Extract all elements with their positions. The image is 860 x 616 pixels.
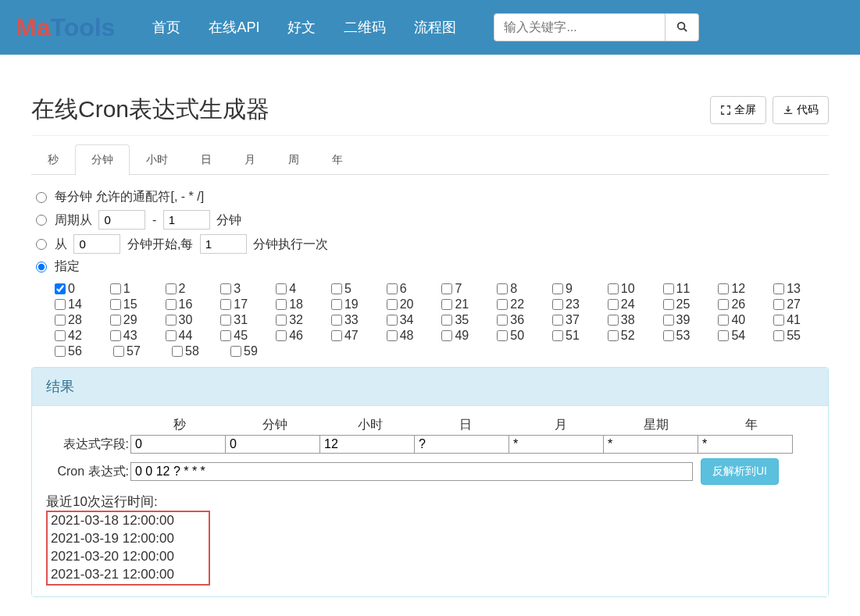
minute-checkbox-27[interactable] [773,299,784,310]
minute-checkbox-44[interactable] [166,330,177,341]
minute-checkbox-47[interactable] [331,330,342,341]
minute-3[interactable]: 3 [220,281,276,297]
minute-47[interactable]: 47 [331,328,387,344]
minute-25[interactable]: 25 [663,297,719,312]
minute-checkbox-49[interactable] [441,330,452,341]
tab-month[interactable]: 月 [228,144,272,175]
minute-35[interactable]: 35 [441,312,497,328]
minute-checkbox-58[interactable] [172,346,183,357]
minute-13[interactable]: 13 [773,281,829,297]
minute-checkbox-59[interactable] [230,346,241,357]
minute-34[interactable]: 34 [387,312,442,328]
interval-start-input[interactable] [73,234,120,254]
minute-checkbox-10[interactable] [608,283,619,294]
tab-week[interactable]: 周 [272,144,316,175]
nav-api[interactable]: 在线API [194,18,273,37]
tab-minute[interactable]: 分钟 [75,144,130,175]
minute-checkbox-4[interactable] [276,283,287,294]
radio-specify-label[interactable]: 指定 [55,258,80,275]
minute-1[interactable]: 1 [110,281,166,297]
tab-year[interactable]: 年 [316,144,359,175]
minute-7[interactable]: 7 [441,281,497,297]
nav-flowchart[interactable]: 流程图 [400,18,470,37]
field-day[interactable] [414,435,509,454]
minute-checkbox-17[interactable] [220,299,231,310]
minute-checkbox-0[interactable] [55,283,66,294]
minute-28[interactable]: 28 [55,312,110,328]
minute-checkbox-51[interactable] [552,330,563,341]
minute-checkbox-57[interactable] [113,346,124,357]
radio-wildcard-label[interactable]: 每分钟 允许的通配符[, - * /] [55,189,204,205]
tab-second[interactable]: 秒 [31,144,75,175]
minute-29[interactable]: 29 [110,312,166,328]
minute-checkbox-20[interactable] [387,299,398,310]
nav-home[interactable]: 首页 [138,18,194,37]
nav-articles[interactable]: 好文 [273,18,330,37]
minute-checkbox-13[interactable] [773,283,784,294]
field-second[interactable] [130,435,226,454]
minute-15[interactable]: 15 [110,297,166,312]
minute-41[interactable]: 41 [773,312,829,328]
minute-31[interactable]: 31 [220,312,276,328]
minute-53[interactable]: 53 [663,328,719,344]
period-to-input[interactable] [163,210,210,230]
field-hour[interactable] [319,435,415,454]
field-minute[interactable] [225,435,320,454]
minute-22[interactable]: 22 [497,297,552,312]
radio-period[interactable] [36,215,47,226]
minute-checkbox-40[interactable] [718,315,729,326]
minute-45[interactable]: 45 [220,328,276,344]
minute-checkbox-39[interactable] [663,315,674,326]
radio-wildcard[interactable] [36,192,47,203]
minute-23[interactable]: 23 [552,297,608,312]
minute-checkbox-54[interactable] [718,330,729,341]
radio-period-label[interactable]: 周期从 - 分钟 [55,210,241,230]
minute-checkbox-37[interactable] [552,315,563,326]
minute-17[interactable]: 17 [220,297,276,312]
minute-11[interactable]: 11 [663,281,719,297]
minute-checkbox-1[interactable] [110,283,121,294]
minute-checkbox-22[interactable] [497,299,508,310]
tab-day[interactable]: 日 [184,144,228,175]
minute-checkbox-28[interactable] [55,315,66,326]
minute-checkbox-32[interactable] [276,315,287,326]
minute-checkbox-18[interactable] [276,299,287,310]
minute-50[interactable]: 50 [497,328,552,344]
minute-checkbox-50[interactable] [497,330,508,341]
period-from-input[interactable] [98,210,145,230]
minute-38[interactable]: 38 [608,312,663,328]
minute-44[interactable]: 44 [166,328,221,344]
minute-checkbox-16[interactable] [166,299,177,310]
nav-qrcode[interactable]: 二维码 [330,18,400,37]
minute-4[interactable]: 4 [276,281,331,297]
interval-step-input[interactable] [200,234,247,254]
cron-expression-input[interactable] [130,462,693,481]
minute-checkbox-6[interactable] [387,283,398,294]
minute-54[interactable]: 54 [718,328,773,344]
minute-14[interactable]: 14 [55,297,110,312]
minute-checkbox-7[interactable] [441,283,452,294]
minute-checkbox-46[interactable] [276,330,287,341]
minute-checkbox-33[interactable] [331,315,342,326]
minute-16[interactable]: 16 [166,297,221,312]
minute-checkbox-53[interactable] [663,330,674,341]
minute-36[interactable]: 36 [497,312,552,328]
minute-20[interactable]: 20 [387,297,442,312]
minute-checkbox-41[interactable] [773,315,784,326]
minute-checkbox-11[interactable] [663,283,674,294]
parse-button[interactable]: 反解析到UI [701,458,779,485]
minute-33[interactable]: 33 [331,312,387,328]
minute-checkbox-56[interactable] [55,346,66,357]
minute-checkbox-9[interactable] [552,283,563,294]
minute-checkbox-43[interactable] [110,330,121,341]
minute-checkbox-31[interactable] [220,315,231,326]
minute-0[interactable]: 0 [55,281,110,297]
minute-checkbox-12[interactable] [718,283,729,294]
fullscreen-button[interactable]: 全屏 [710,96,766,124]
minute-40[interactable]: 40 [718,312,773,328]
minute-24[interactable]: 24 [608,297,663,312]
minute-6[interactable]: 6 [387,281,442,297]
minute-39[interactable]: 39 [663,312,719,328]
minute-checkbox-26[interactable] [718,299,729,310]
minute-32[interactable]: 32 [276,312,331,328]
